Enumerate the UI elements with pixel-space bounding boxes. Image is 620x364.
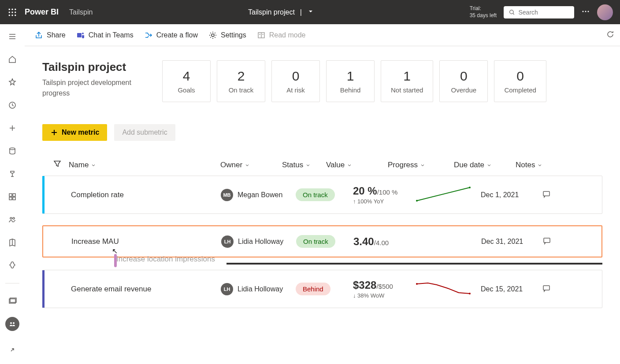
- metric-progress: [415, 279, 481, 299]
- metric-value: 20 %/100 % ↑ 100% YoY: [353, 185, 415, 205]
- svg-point-33: [212, 34, 214, 37]
- goals-icon[interactable]: [5, 167, 19, 181]
- metric-progress: [415, 185, 481, 205]
- metric-row[interactable]: Completion rate MB Megan Bowen On track …: [42, 176, 602, 214]
- svg-point-40: [416, 200, 418, 202]
- datasets-icon[interactable]: [5, 144, 19, 158]
- stat-card[interactable]: 1Not started: [381, 60, 433, 102]
- metric-duedate: Dec 31, 2021: [481, 238, 543, 246]
- svg-point-32: [82, 33, 84, 34]
- svg-point-30: [13, 322, 15, 324]
- svg-point-11: [583, 11, 584, 12]
- chevron-down-icon: [346, 162, 353, 168]
- app-launcher-icon[interactable]: [7, 7, 18, 18]
- filter-icon[interactable]: [53, 159, 62, 170]
- metric-duedate: Dec 1, 2021: [481, 191, 542, 199]
- chevron-down-icon: [537, 162, 543, 168]
- svg-point-7: [11, 15, 13, 16]
- svg-point-12: [585, 11, 587, 12]
- metric-owner: LH Lidia Holloway: [221, 283, 296, 295]
- owner-name: Lidia Holloway: [238, 238, 283, 246]
- workspaces-icon[interactable]: [5, 294, 19, 308]
- svg-point-1: [11, 8, 13, 10]
- svg-rect-22: [13, 194, 15, 196]
- metric-row[interactable]: Generate email revenue LH Lidia Holloway…: [42, 270, 602, 308]
- svg-point-41: [469, 187, 471, 188]
- row-sidebar: [42, 176, 45, 213]
- metric-row[interactable]: Increase MAU LH Lidia Holloway On track …: [42, 225, 602, 257]
- toolbar: Share Chat in Teams Create a flow Settin…: [25, 24, 620, 46]
- stat-label: On track: [227, 86, 255, 94]
- favorites-icon[interactable]: [5, 75, 19, 89]
- apps-icon[interactable]: [5, 190, 19, 204]
- column-notes[interactable]: Notes: [516, 161, 551, 169]
- chat-teams-button[interactable]: Chat in Teams: [72, 28, 138, 42]
- stat-card[interactable]: 0Overdue: [439, 60, 488, 102]
- column-status[interactable]: Status: [282, 161, 326, 169]
- metric-notes[interactable]: [542, 190, 578, 200]
- share-button[interactable]: Share: [30, 28, 70, 42]
- metric-notes[interactable]: [542, 284, 578, 294]
- row-sidebar: [42, 270, 45, 308]
- learn-icon[interactable]: [5, 235, 19, 250]
- svg-point-5: [15, 11, 16, 13]
- svg-point-9: [510, 10, 513, 13]
- shared-icon[interactable]: [5, 213, 19, 227]
- column-progress[interactable]: Progress: [388, 161, 454, 169]
- svg-point-0: [9, 8, 10, 10]
- new-metric-button[interactable]: New metric: [42, 124, 107, 141]
- svg-point-29: [10, 322, 12, 324]
- svg-rect-23: [9, 197, 12, 200]
- project-dropdown-icon[interactable]: [307, 8, 314, 17]
- svg-point-44: [416, 283, 418, 285]
- deploy-icon[interactable]: [5, 258, 19, 272]
- chevron-down-icon: [90, 162, 97, 168]
- stat-card[interactable]: 0At risk: [271, 60, 320, 102]
- add-submetric-button[interactable]: Add submetric: [114, 124, 175, 141]
- readmode-button[interactable]: Read mode: [252, 28, 310, 42]
- share-icon: [34, 31, 43, 40]
- more-icon[interactable]: [581, 7, 590, 18]
- owner-name: Megan Bowen: [238, 191, 282, 199]
- metric-status: On track: [296, 188, 353, 201]
- drag-indicator: ↖Increase location impressions: [226, 263, 602, 265]
- search-box[interactable]: [504, 6, 574, 18]
- stat-card[interactable]: 0Completed: [494, 60, 546, 102]
- svg-point-3: [9, 11, 10, 13]
- create-flow-button[interactable]: Create a flow: [140, 28, 202, 42]
- create-icon[interactable]: [5, 121, 19, 135]
- external-link-icon[interactable]: [5, 343, 19, 357]
- notes-icon: [543, 237, 551, 245]
- top-header: Power BI Tailspin Tailspin project | Tri…: [0, 0, 620, 24]
- column-duedate[interactable]: Due date: [454, 161, 516, 169]
- svg-point-4: [11, 11, 13, 13]
- stat-card[interactable]: 1Behind: [326, 60, 375, 102]
- search-input[interactable]: [518, 9, 569, 16]
- metric-name: Generate email revenue: [53, 285, 221, 294]
- recent-icon[interactable]: [5, 98, 19, 112]
- status-badge: Behind: [296, 283, 330, 295]
- column-value[interactable]: Value: [326, 161, 388, 169]
- metric-status: On track: [296, 235, 353, 248]
- stat-value: 0: [282, 69, 310, 84]
- home-icon[interactable]: [5, 52, 19, 66]
- settings-button[interactable]: Settings: [204, 28, 251, 42]
- value-delta: ↑ 100% YoY: [353, 198, 415, 205]
- svg-rect-21: [9, 194, 12, 196]
- stat-label: Overdue: [449, 86, 478, 94]
- stat-card[interactable]: 2On track: [217, 60, 265, 102]
- column-owner[interactable]: Owner: [220, 161, 282, 169]
- workspace-name: Tailspin: [69, 8, 93, 16]
- column-name[interactable]: Name: [69, 161, 97, 169]
- stat-value: 1: [336, 69, 364, 84]
- metric-notes[interactable]: [543, 237, 578, 246]
- value-delta: ↓ 38% WoW: [353, 292, 415, 299]
- workspace-current-icon[interactable]: [5, 317, 19, 331]
- refresh-button[interactable]: [606, 30, 615, 40]
- stat-label: At risk: [282, 86, 310, 94]
- svg-point-45: [469, 293, 471, 294]
- svg-point-25: [10, 217, 12, 219]
- stat-card[interactable]: 4Goals: [162, 60, 211, 102]
- avatar[interactable]: [597, 4, 613, 20]
- hamburger-icon[interactable]: [5, 29, 19, 44]
